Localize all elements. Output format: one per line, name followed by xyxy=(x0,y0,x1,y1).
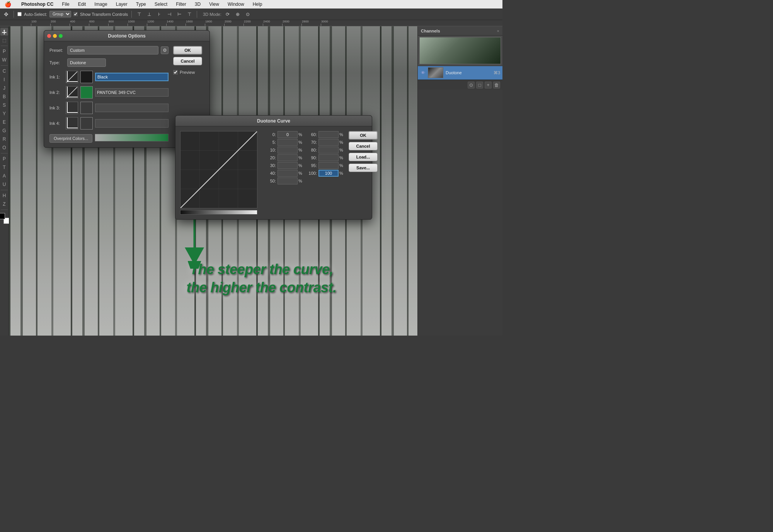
menu-3d[interactable]: 3D xyxy=(193,2,202,7)
menu-file[interactable]: File xyxy=(60,2,71,7)
menu-filter[interactable]: Filter xyxy=(174,2,188,7)
channel-visibility-icon[interactable]: 👁 xyxy=(420,70,426,75)
field-input-80[interactable] xyxy=(318,147,339,153)
ink3-color-box[interactable] xyxy=(80,102,93,114)
gradient-tool[interactable]: G xyxy=(0,127,8,135)
close-dot[interactable] xyxy=(47,34,51,38)
apple-menu[interactable]: 🍎 xyxy=(3,1,13,7)
autoselect-dropdown[interactable]: Group Layer xyxy=(49,11,71,17)
align-left-icon[interactable]: ⊣ xyxy=(165,10,173,18)
align-bottom-icon[interactable]: ⊦ xyxy=(155,10,163,18)
ink2-curve-thumb[interactable] xyxy=(66,86,78,99)
preset-select[interactable]: Custom xyxy=(67,46,158,55)
transform-controls-checkbox[interactable] xyxy=(73,12,78,16)
field-input-95[interactable] xyxy=(318,162,339,169)
ink4-color-box[interactable] xyxy=(80,117,93,130)
ink4-name-input[interactable] xyxy=(95,119,169,128)
align-right-icon[interactable]: ⊤ xyxy=(186,10,193,18)
color-swatches[interactable] xyxy=(0,213,10,224)
field-pct-60: % xyxy=(339,132,344,137)
move-tool-icon[interactable]: ✥ xyxy=(2,10,10,18)
text-tool[interactable]: T xyxy=(0,164,8,171)
3d-zoom-icon[interactable]: ⊙ xyxy=(244,10,252,18)
minimize-dot[interactable] xyxy=(53,34,57,38)
3d-pan-icon[interactable]: ⊕ xyxy=(234,10,242,18)
curve-save-button[interactable]: Save... xyxy=(349,164,378,172)
dialog-titlebar: Duotone Options xyxy=(44,31,209,41)
move-tool[interactable] xyxy=(0,28,8,36)
menu-select[interactable]: Select xyxy=(153,2,169,7)
cancel-button[interactable]: Cancel xyxy=(173,57,202,65)
field-input-60[interactable] xyxy=(318,131,339,138)
align-hcenter-icon[interactable]: ⊢ xyxy=(175,10,183,18)
clone-stamp[interactable]: S xyxy=(0,101,8,109)
curve-ok-button[interactable]: OK xyxy=(349,131,378,140)
curve-load-button[interactable]: Load... xyxy=(349,153,378,161)
field-input-100[interactable] xyxy=(318,170,339,177)
overprint-bar xyxy=(95,134,169,142)
preset-gear-button[interactable]: ⚙ xyxy=(161,46,169,54)
new-channel-icon[interactable]: + xyxy=(485,82,492,89)
hand-tool[interactable]: H xyxy=(0,192,8,200)
blur-tool[interactable]: R xyxy=(0,135,8,143)
healing-brush[interactable]: J xyxy=(0,84,8,92)
history-brush[interactable]: Y xyxy=(0,110,8,118)
menu-window[interactable]: Window xyxy=(226,2,246,7)
channel-row-duotone[interactable]: 👁 Duotone ⌘3 xyxy=(418,66,502,80)
save-selection-icon[interactable]: □ xyxy=(476,82,483,89)
field-input-90[interactable] xyxy=(318,154,339,161)
pen-tool[interactable]: P xyxy=(0,155,8,163)
brush-tool[interactable]: B xyxy=(0,93,8,101)
field-input-70[interactable] xyxy=(318,139,339,146)
dodge-tool[interactable]: O xyxy=(0,144,8,152)
ok-button[interactable]: OK xyxy=(173,46,202,55)
crop-tool[interactable]: C xyxy=(0,67,8,75)
menu-help[interactable]: Help xyxy=(251,2,264,7)
menu-layer[interactable]: Layer xyxy=(114,2,129,7)
field-input-40[interactable] xyxy=(278,170,298,177)
ink4-curve-thumb[interactable] xyxy=(66,117,78,130)
ink3-name-input[interactable] xyxy=(95,104,169,112)
quick-select-tool[interactable]: W xyxy=(0,56,8,64)
field-input-50[interactable] xyxy=(278,177,298,184)
marquee-tool[interactable]: ⬚ xyxy=(0,36,8,44)
curve-canvas-area xyxy=(180,131,257,215)
menu-type[interactable]: Type xyxy=(135,2,148,7)
load-channel-icon[interactable]: ⊙ xyxy=(468,82,475,89)
ink2-name-input[interactable] xyxy=(95,88,169,97)
overprint-colors-button[interactable]: Overprint Colors... xyxy=(49,134,92,143)
curve-canvas[interactable] xyxy=(180,131,257,208)
zoom-tool[interactable]: Z xyxy=(0,200,8,208)
autoselect-checkbox[interactable] xyxy=(17,12,22,16)
ink2-color-box[interactable] xyxy=(80,86,93,99)
ink1-color-box[interactable] xyxy=(80,71,93,83)
eyedropper-tool[interactable]: I xyxy=(0,76,8,84)
channels-panel-close[interactable]: × xyxy=(497,29,499,33)
menu-view[interactable]: View xyxy=(208,2,221,7)
ink1-name-input[interactable] xyxy=(95,73,169,81)
menu-edit[interactable]: Edit xyxy=(77,2,88,7)
align-top-icon[interactable]: ⊤ xyxy=(135,10,143,18)
shape-tool[interactable]: U xyxy=(0,181,8,188)
foreground-color-swatch[interactable] xyxy=(0,213,5,219)
align-vcenter-icon[interactable]: ⊥ xyxy=(145,10,153,18)
type-select[interactable]: Duotone Monotone Tritone Quadtone xyxy=(67,58,106,67)
lasso-tool[interactable]: P xyxy=(0,48,8,55)
field-input-0[interactable] xyxy=(278,131,298,138)
field-input-10[interactable] xyxy=(278,147,298,153)
path-selection[interactable]: A xyxy=(0,172,8,180)
3d-rotate-icon[interactable]: ⟳ xyxy=(224,10,232,18)
curve-gradient-slider[interactable] xyxy=(180,210,257,215)
curve-cancel-button[interactable]: Cancel xyxy=(349,142,378,150)
delete-channel-icon[interactable]: 🗑 xyxy=(493,82,500,89)
menu-image[interactable]: Image xyxy=(93,2,109,7)
field-input-20[interactable] xyxy=(278,154,298,161)
ink3-curve-thumb[interactable] xyxy=(66,102,78,114)
field-input-5[interactable] xyxy=(278,139,298,146)
zoom-dot[interactable] xyxy=(59,34,63,38)
ink1-curve-thumb[interactable] xyxy=(66,71,78,83)
preview-checkbox[interactable] xyxy=(173,70,178,75)
eraser-tool[interactable]: E xyxy=(0,118,8,126)
field-input-30[interactable] xyxy=(278,162,298,169)
ruler: 100 200 400 600 800 1000 1200 1400 1600 … xyxy=(0,20,502,26)
